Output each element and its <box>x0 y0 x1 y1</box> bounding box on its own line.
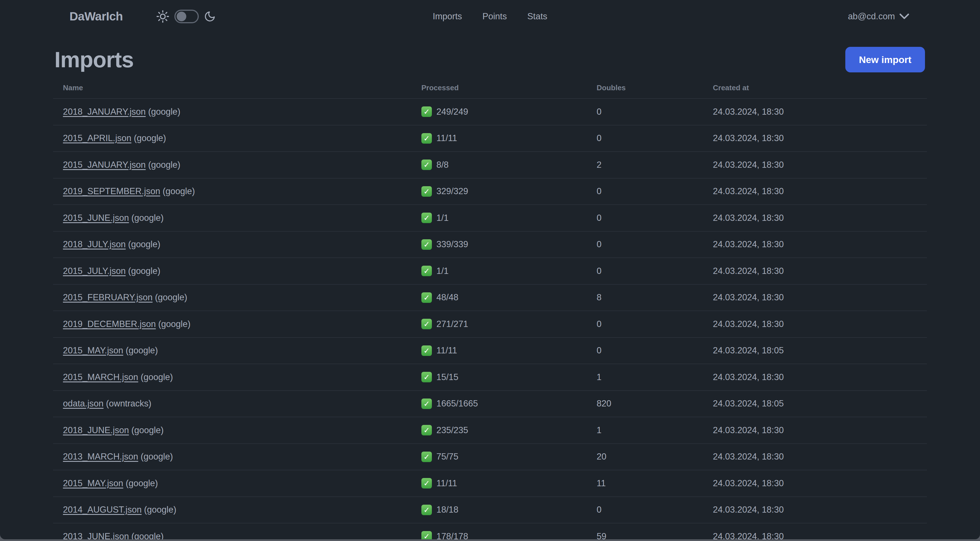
table-row: 2015_MAY.json (google) ✓ 11/11 11 24.03.… <box>53 470 927 497</box>
created-at-cell: 24.03.2024, 18:30 <box>713 444 927 470</box>
page-title: Imports <box>54 48 134 71</box>
import-file-link[interactable]: 2015_APRIL.json <box>63 133 131 143</box>
name-cell: 2018_JULY.json (google) <box>53 231 421 258</box>
doubles-cell: 0 <box>597 125 713 152</box>
table-row: 2018_JUNE.json (google) ✓ 235/235 1 24.0… <box>53 417 927 444</box>
created-at-cell: 24.03.2024, 18:30 <box>713 364 927 391</box>
user-menu[interactable]: ab@cd.com <box>848 0 909 33</box>
processed-cell: ✓ 1/1 <box>421 258 597 284</box>
doubles-cell: 820 <box>597 391 713 417</box>
processed-count: 339/339 <box>436 239 468 249</box>
processed-count: 75/75 <box>436 452 458 462</box>
doubles-cell: 8 <box>597 284 713 311</box>
created-at-cell: 24.03.2024, 18:05 <box>713 337 927 364</box>
page-header: Imports New import <box>54 46 925 73</box>
created-at-cell: 24.03.2024, 18:30 <box>713 125 927 152</box>
processed-count: 271/271 <box>436 319 468 329</box>
green-check-icon: ✓ <box>422 212 432 223</box>
import-file-link[interactable]: odata.json <box>63 399 103 409</box>
nav-link-stats[interactable]: Stats <box>527 11 547 22</box>
navbar-left: DaWarIch <box>70 0 216 33</box>
import-file-link[interactable]: 2018_JUNE.json <box>63 425 129 435</box>
doubles-cell: 1 <box>597 417 713 444</box>
green-check-icon: ✓ <box>422 107 432 117</box>
import-file-link[interactable]: 2014_AUGUST.json <box>63 505 142 515</box>
import-source: (google) <box>126 239 160 249</box>
created-at-cell: 24.03.2024, 18:30 <box>713 470 927 497</box>
processed-cell: ✓ 178/178 <box>421 523 597 539</box>
import-file-link[interactable]: 2013_MARCH.json <box>63 452 138 461</box>
imports-table: Name Processed Doubles Created at 2018_J… <box>53 77 927 539</box>
green-check-icon: ✓ <box>422 292 432 303</box>
navbar: DaWarIch <box>0 0 980 33</box>
import-file-link[interactable]: 2013_JUNE.json <box>63 531 129 539</box>
processed-count: 235/235 <box>436 425 468 436</box>
processed-count: 15/15 <box>436 372 458 382</box>
import-file-link[interactable]: 2015_MARCH.json <box>63 372 138 382</box>
name-cell: odata.json (owntracks) <box>53 391 421 417</box>
green-check-icon: ✓ <box>422 345 432 356</box>
name-cell: 2015_JUNE.json (google) <box>53 205 421 231</box>
nav-link-points[interactable]: Points <box>482 11 507 22</box>
green-check-icon: ✓ <box>422 372 432 382</box>
processed-cell: ✓ 18/18 <box>421 497 597 523</box>
nav-link-imports[interactable]: Imports <box>433 11 462 22</box>
import-source: (google) <box>146 107 180 116</box>
import-file-link[interactable]: 2019_DECEMBER.json <box>63 319 156 329</box>
import-file-link[interactable]: 2015_MAY.json <box>63 478 123 488</box>
new-import-button[interactable]: New import <box>845 47 925 72</box>
processed-count: 18/18 <box>436 505 458 515</box>
import-source: (google) <box>123 345 158 355</box>
created-at-cell: 24.03.2024, 18:30 <box>713 311 927 337</box>
import-source: (owntracks) <box>103 399 151 409</box>
processed-count: 1/1 <box>436 266 449 276</box>
column-header-processed: Processed <box>421 77 597 99</box>
import-source: (google) <box>142 505 176 515</box>
table-row: 2015_JANUARY.json (google) ✓ 8/8 2 24.03… <box>53 152 927 178</box>
created-at-cell: 24.03.2024, 18:30 <box>713 178 927 205</box>
import-file-link[interactable]: 2015_JULY.json <box>63 266 126 276</box>
table-row: 2014_AUGUST.json (google) ✓ 18/18 0 24.0… <box>53 497 927 523</box>
sun-icon <box>156 10 169 23</box>
import-file-link[interactable]: 2018_JULY.json <box>63 239 126 249</box>
import-source: (google) <box>131 133 166 143</box>
import-file-link[interactable]: 2015_FEBRUARY.json <box>63 292 153 302</box>
moon-icon <box>204 11 216 22</box>
name-cell: 2015_FEBRUARY.json (google) <box>53 284 421 311</box>
import-file-link[interactable]: 2015_JANUARY.json <box>63 160 146 170</box>
name-cell: 2013_MARCH.json (google) <box>53 444 421 470</box>
name-cell: 2015_JANUARY.json (google) <box>53 152 421 178</box>
brand-logo[interactable]: DaWarIch <box>70 10 123 23</box>
import-file-link[interactable]: 2019_SEPTEMBER.json <box>63 186 160 196</box>
import-source: (google) <box>160 186 195 196</box>
created-at-cell: 24.03.2024, 18:30 <box>713 284 927 311</box>
import-file-link[interactable]: 2015_MAY.json <box>63 345 123 355</box>
processed-cell: ✓ 48/48 <box>421 284 597 311</box>
table-row: 2015_MAY.json (google) ✓ 11/11 0 24.03.2… <box>53 337 927 364</box>
import-file-link[interactable]: 2018_JANUARY.json <box>63 107 146 116</box>
name-cell: 2015_JULY.json (google) <box>53 258 421 284</box>
import-source: (google) <box>123 478 158 488</box>
processed-count: 1665/1665 <box>436 399 478 409</box>
table-row: 2018_JULY.json (google) ✓ 339/339 0 24.0… <box>53 231 927 258</box>
doubles-cell: 20 <box>597 444 713 470</box>
created-at-cell: 24.03.2024, 18:30 <box>713 523 927 539</box>
table-row: 2013_MARCH.json (google) ✓ 75/75 20 24.0… <box>53 444 927 470</box>
created-at-cell: 24.03.2024, 18:30 <box>713 258 927 284</box>
import-file-link[interactable]: 2015_JUNE.json <box>63 213 129 223</box>
green-check-icon: ✓ <box>422 478 432 488</box>
theme-toggle[interactable] <box>174 10 199 23</box>
import-source: (google) <box>126 266 160 276</box>
import-source: (google) <box>138 452 173 461</box>
green-check-icon: ✓ <box>422 399 432 409</box>
doubles-cell: 0 <box>597 337 713 364</box>
doubles-cell: 0 <box>597 205 713 231</box>
processed-count: 329/329 <box>436 186 468 196</box>
created-at-cell: 24.03.2024, 18:30 <box>713 205 927 231</box>
green-check-icon: ✓ <box>422 186 432 197</box>
processed-cell: ✓ 1665/1665 <box>421 391 597 417</box>
doubles-cell: 1 <box>597 364 713 391</box>
green-check-icon: ✓ <box>422 239 432 250</box>
name-cell: 2014_AUGUST.json (google) <box>53 497 421 523</box>
doubles-cell: 0 <box>597 258 713 284</box>
